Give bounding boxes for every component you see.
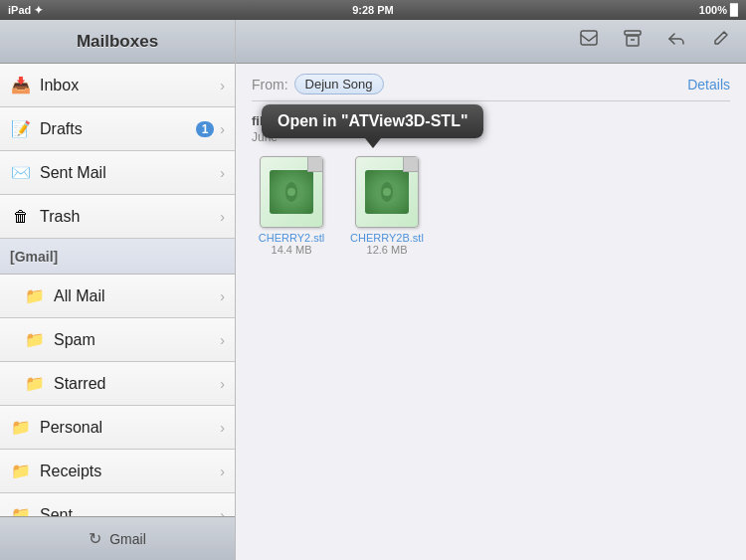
attachment-item-1[interactable]: CHERRY2.stl 14.4 MB [252,156,331,256]
from-name: Dejun Song [294,74,384,94]
svg-rect-0 [581,31,597,45]
edit-icon[interactable] [706,25,734,58]
attachment-name-2: CHERRY2B.stl [350,232,424,244]
drafts-label: Drafts [40,120,196,138]
all-mail-icon: 📁 [24,285,46,307]
all-mail-label: All Mail [54,287,220,305]
attachment-size-2: 12.6 MB [367,244,408,256]
attachment-name-1: CHERRY2.stl [259,232,324,244]
inbox-icon: 📥 [10,75,32,96]
status-bar: iPad ✦ 9:28 PM 100% ▉ [0,0,746,20]
chevron-icon: › [220,165,225,181]
sidebar-item-starred[interactable]: 📁 Starred › [0,362,235,406]
sent2-icon: 📁 [10,504,32,517]
compose-icon[interactable] [575,25,603,58]
trash-icon: 🗑 [10,206,32,228]
divider [252,100,730,101]
sidebar-item-drafts[interactable]: 📝 Drafts 1 › [0,107,235,151]
svg-rect-1 [625,31,641,35]
reply-icon[interactable] [662,25,690,58]
account-label: Gmail [109,531,146,547]
content-area: From: Dejun Song Details files June Open… [236,20,746,560]
attachment-thumb-2 [365,170,409,214]
tooltip-popup: Open in "ATView3D-STL" [262,104,483,138]
chevron-icon: › [220,332,225,348]
status-right: 100% ▉ [699,4,738,17]
status-left: iPad ✦ [8,4,43,17]
chevron-icon: › [220,464,225,479]
chevron-icon: › [220,288,225,304]
drafts-icon: 📝 [10,118,32,140]
main-layout: Mailboxes 📥 Inbox › 📝 Drafts 1 › ✉️ Sent… [0,20,746,560]
sidebar-title: Mailboxes [77,32,158,52]
attachment-item-2[interactable]: CHERRY2B.stl 12.6 MB [347,156,427,256]
receipts-label: Receipts [40,463,220,480]
svg-rect-2 [627,36,639,46]
battery-label: 100% ▉ [699,4,738,17]
attachment-thumb-1 [270,170,313,214]
starred-icon: 📁 [24,373,46,395]
sidebar-item-receipts[interactable]: 📁 Receipts › [0,450,235,493]
spam-label: Spam [54,331,220,349]
archive-icon[interactable] [619,25,647,58]
gmail-section-header: [Gmail] [0,239,235,275]
trash-label: Trash [40,208,220,226]
sidebar-item-sent[interactable]: 📁 Sent › [0,493,235,516]
attachments-grid: Open in "ATView3D-STL" CHERRY2 [252,156,730,256]
ipad-label: iPad ✦ [8,4,43,17]
chevron-icon: › [220,420,225,436]
personal-label: Personal [40,419,220,437]
details-link[interactable]: Details [687,77,730,93]
from-label: From: [252,77,288,93]
chevron-icon: › [220,121,225,137]
starred-label: Starred [54,375,220,393]
gmail-section-title: [Gmail] [10,249,58,265]
attachment-tooltip-container: Open in "ATView3D-STL" CHERRY2 [252,156,331,256]
sent-mail-label: Sent Mail [40,164,220,182]
refresh-icon[interactable]: ↻ [89,529,101,548]
email-from-row: From: Dejun Song Details [252,74,730,94]
sidebar-footer: ↻ Gmail [0,516,235,560]
attachment-size-1: 14.4 MB [272,244,312,256]
attachment-icon-1 [260,156,323,228]
content-body: From: Dejun Song Details files June Open… [236,64,746,560]
content-toolbar [236,20,746,64]
personal-icon: 📁 [10,417,32,439]
sidebar-item-trash[interactable]: 🗑 Trash › [0,195,235,239]
receipts-icon: 📁 [10,461,32,482]
sidebar-list: 📥 Inbox › 📝 Drafts 1 › ✉️ Sent Mail › 🗑 … [0,64,235,516]
svg-point-5 [287,188,295,196]
sidebar-item-spam[interactable]: 📁 Spam › [0,318,235,362]
sidebar-item-inbox[interactable]: 📥 Inbox › [0,64,235,107]
sidebar-item-sent-mail[interactable]: ✉️ Sent Mail › [0,151,235,195]
sidebar-item-personal[interactable]: 📁 Personal › [0,406,235,450]
svg-point-8 [383,188,391,196]
attachment-icon-2 [355,156,419,228]
chevron-icon: › [220,209,225,225]
sidebar: Mailboxes 📥 Inbox › 📝 Drafts 1 › ✉️ Sent… [0,20,236,560]
sidebar-item-all-mail[interactable]: 📁 All Mail › [0,275,235,318]
chevron-icon: › [220,78,225,93]
sent-label: Sent [40,506,220,517]
sent-icon: ✉️ [10,162,32,184]
spam-icon: 📁 [24,329,46,351]
status-time: 9:28 PM [352,4,394,16]
sidebar-header: Mailboxes [0,20,235,64]
chevron-icon: › [220,376,225,392]
inbox-label: Inbox [40,77,220,94]
chevron-icon: › [220,507,225,517]
drafts-badge: 1 [196,121,215,137]
